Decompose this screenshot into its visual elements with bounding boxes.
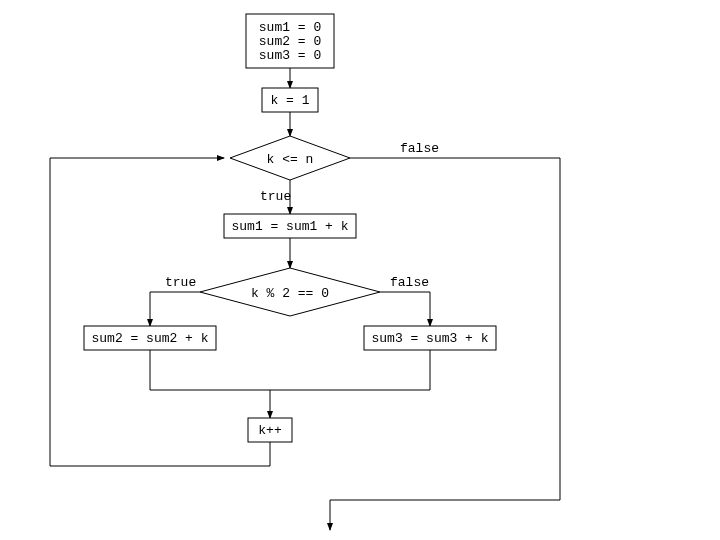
node-kpp: k++ xyxy=(248,418,292,442)
sum1-text: sum1 = sum1 + k xyxy=(231,219,348,234)
node-sum3: sum3 = sum3 + k xyxy=(364,326,496,350)
init-line2: sum2 = 0 xyxy=(259,34,321,49)
edge-cond2-sum2 xyxy=(150,292,200,326)
node-sum1: sum1 = sum1 + k xyxy=(224,214,356,238)
edge-sum2-merge xyxy=(150,350,270,390)
cond2-true-label: true xyxy=(165,275,196,290)
edge-sum3-merge xyxy=(270,350,430,390)
cond2-false-label: false xyxy=(390,275,429,290)
node-cond1: k <= n xyxy=(230,136,350,180)
edge-kpp-cond1 xyxy=(50,158,270,466)
edge-exit xyxy=(330,500,560,530)
kpp-text: k++ xyxy=(258,423,282,438)
cond1-text: k <= n xyxy=(267,152,314,167)
node-kinit: k = 1 xyxy=(262,88,318,112)
init-line3: sum3 = 0 xyxy=(259,48,321,63)
flowchart-canvas: sum1 = 0 sum2 = 0 sum3 = 0 k = 1 k <= n … xyxy=(0,0,720,540)
node-sum2: sum2 = sum2 + k xyxy=(84,326,216,350)
node-cond2: k % 2 == 0 xyxy=(200,268,380,316)
cond1-true-label: true xyxy=(260,189,291,204)
edge-cond2-sum3 xyxy=(380,292,430,326)
sum3-text: sum3 = sum3 + k xyxy=(371,331,488,346)
init-line1: sum1 = 0 xyxy=(259,20,321,35)
sum2-text: sum2 = sum2 + k xyxy=(91,331,208,346)
kinit-text: k = 1 xyxy=(270,93,309,108)
cond1-false-label: false xyxy=(400,141,439,156)
node-init: sum1 = 0 sum2 = 0 sum3 = 0 xyxy=(246,14,334,68)
cond2-text: k % 2 == 0 xyxy=(251,286,329,301)
